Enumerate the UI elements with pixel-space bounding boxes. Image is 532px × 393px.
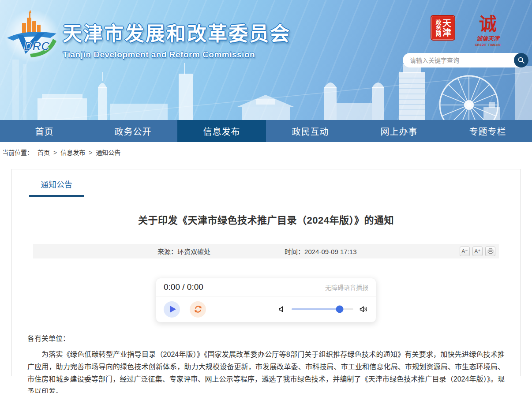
article-salutation: 各有关单位： bbox=[27, 333, 505, 343]
replay-button[interactable] bbox=[190, 301, 206, 318]
search-button[interactable] bbox=[514, 53, 528, 67]
credit-character: 诚 bbox=[472, 15, 504, 34]
volume-high-icon[interactable] bbox=[359, 305, 368, 314]
seal-chars-right: 天津 bbox=[442, 19, 451, 37]
player-header: 0:00 / 0:00 无障碍语音播报 bbox=[156, 278, 376, 296]
volume-low-icon[interactable] bbox=[277, 305, 286, 314]
font-increase-button[interactable]: A⁺ bbox=[472, 247, 483, 256]
search-icon bbox=[517, 56, 525, 64]
seal-chars-left: 政务网 bbox=[435, 19, 441, 37]
article-tools: A⁻ A⁺ bbox=[460, 247, 495, 256]
article-time: 时间：2024-09-09 17:13 bbox=[285, 247, 356, 256]
loop-icon bbox=[193, 304, 203, 314]
article-paragraph: 为落实《绿色低碳转型产业指导目录（2024年版）》《国家发展改革委办公厅等8部门… bbox=[27, 348, 505, 393]
print-button[interactable] bbox=[485, 247, 495, 256]
volume-controls bbox=[277, 305, 368, 314]
audio-player: 0:00 / 0:00 无障碍语音播报 bbox=[156, 278, 376, 322]
breadcrumb-home[interactable]: 首页 bbox=[37, 149, 50, 156]
nav-item-info-release[interactable]: 信息发布 bbox=[177, 120, 266, 142]
credit-title: 诚信天津 bbox=[472, 34, 504, 42]
article-source: 来源：环资双碳处 bbox=[157, 247, 210, 256]
content-card: 通知公告 关于印发《天津市绿色技术推广目录（2024年版）》的通知 来源：环资双… bbox=[11, 169, 521, 376]
site-title[interactable]: 天津市发展和改革委员会 bbox=[63, 18, 291, 46]
volume-slider-thumb[interactable] bbox=[336, 306, 344, 313]
player-controls bbox=[156, 296, 376, 322]
volume-slider[interactable] bbox=[292, 308, 353, 310]
breadcrumb-notices[interactable]: 通知公告 bbox=[96, 149, 120, 156]
tab-row: 通知公告 bbox=[27, 178, 505, 196]
nav-item-home[interactable]: 首页 bbox=[0, 120, 89, 142]
font-decrease-button[interactable]: A⁻ bbox=[460, 247, 470, 256]
logo-acronym: DRC bbox=[24, 40, 50, 53]
breadcrumb-info-release[interactable]: 信息发布 bbox=[60, 149, 85, 156]
credit-tianjin-logo[interactable]: 诚 诚信天津 CREDIT TIANJIN bbox=[472, 15, 504, 46]
nav-item-interaction[interactable]: 政民互动 bbox=[266, 120, 355, 142]
breadcrumb-separator: > bbox=[89, 149, 92, 156]
play-button[interactable] bbox=[164, 301, 180, 318]
city-skyline-graphic bbox=[0, 60, 532, 120]
article-title: 关于印发《天津市绿色技术推广目录（2024年版）》的通知 bbox=[27, 212, 505, 226]
breadcrumb: 当前位置：首页>信息发布>通知公告 bbox=[0, 142, 532, 162]
play-icon bbox=[170, 306, 176, 313]
search-input[interactable] bbox=[403, 53, 528, 67]
nav-item-online-services[interactable]: 网上办事 bbox=[355, 120, 443, 142]
drc-logo[interactable]: DRC bbox=[4, 10, 60, 63]
article-meta-bar: 来源：环资双碳处 时间：2024-09-09 17:13 A⁻ A⁺ bbox=[33, 244, 499, 258]
main-nav: 首页 政务公开 信息发布 政民互动 网上办事 专题专栏 bbox=[0, 120, 532, 142]
nav-item-gov-affairs[interactable]: 政务公开 bbox=[89, 120, 177, 142]
tab-notices[interactable]: 通知公告 bbox=[29, 178, 84, 197]
player-time-display: 0:00 / 0:00 bbox=[164, 282, 203, 292]
volume-slider-fill bbox=[292, 308, 340, 310]
drc-emblem-icon: DRC bbox=[4, 10, 60, 63]
tianjin-gov-network-seal[interactable]: 天津 政务网 bbox=[431, 15, 455, 41]
credit-subtitle: CREDIT TIANJIN bbox=[472, 43, 504, 46]
breadcrumb-label: 当前位置： bbox=[2, 149, 33, 156]
site-brand: DRC 天津市发展和改革委员会 Tianjin Development and … bbox=[4, 10, 291, 63]
page: DRC 天津市发展和改革委员会 Tianjin Development and … bbox=[0, 0, 532, 393]
site-search bbox=[403, 53, 528, 67]
site-banner: DRC 天津市发展和改革委员会 Tianjin Development and … bbox=[0, 0, 532, 120]
nav-item-special-topics[interactable]: 专题专栏 bbox=[443, 120, 532, 142]
printer-icon bbox=[487, 248, 494, 254]
breadcrumb-separator: > bbox=[53, 149, 57, 156]
player-caption: 无障碍语音播报 bbox=[325, 283, 368, 292]
site-subtitle: Tianjin Development and Reform Commissio… bbox=[63, 50, 291, 60]
